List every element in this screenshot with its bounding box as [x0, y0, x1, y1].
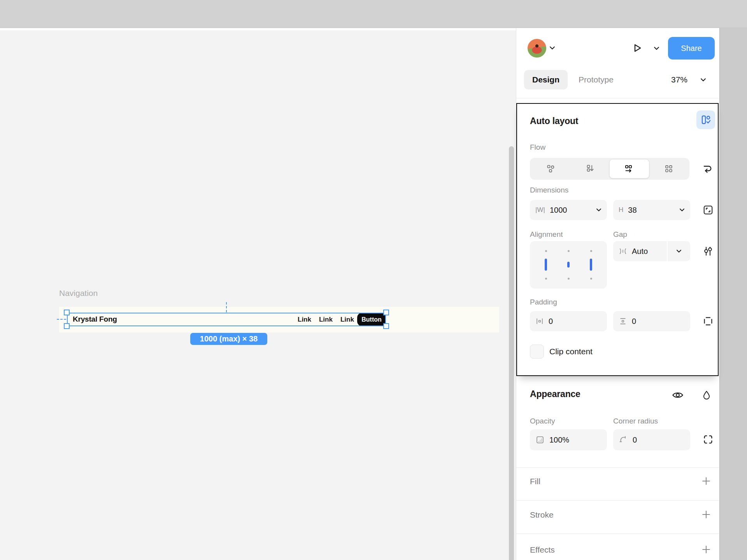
divider [516, 534, 719, 534]
flow-option-vertical[interactable] [570, 159, 610, 178]
avatar[interactable] [528, 39, 546, 58]
auto-layout-icon [700, 114, 711, 125]
flow-freeform-icon [545, 164, 556, 174]
align-dot[interactable] [568, 250, 570, 252]
eye-icon [672, 390, 684, 400]
align-dot[interactable] [545, 278, 547, 280]
selection-left-guide [57, 319, 66, 320]
flow-segmented-control [530, 158, 689, 180]
width-input[interactable]: |W| 1000 [530, 200, 607, 220]
width-chevron-icon[interactable] [596, 208, 601, 212]
align-bar-center[interactable] [567, 262, 570, 268]
frame-title[interactable]: Navigation [59, 289, 98, 298]
flow-horizontal-icon [624, 164, 634, 174]
zoom-level[interactable]: 37% [671, 75, 687, 84]
flow-vertical-icon [585, 164, 595, 174]
add-stroke-button[interactable] [699, 507, 714, 522]
align-dot[interactable] [590, 278, 592, 280]
width-value[interactable]: 1000 [550, 206, 596, 215]
independent-corners-button[interactable] [700, 432, 716, 447]
auto-layout-toggle-button[interactable] [696, 110, 715, 129]
distribute-spacing-button[interactable] [700, 243, 716, 259]
gap-chevron-icon [676, 249, 682, 253]
align-dot[interactable] [568, 278, 570, 280]
opacity-input[interactable]: 100% [530, 429, 607, 450]
flow-option-grid[interactable] [649, 159, 689, 178]
individual-padding-button[interactable] [700, 313, 716, 329]
blend-mode-button[interactable] [698, 387, 715, 404]
tab-design[interactable]: Design [524, 70, 568, 89]
auto-layout-title: Auto layout [530, 116, 578, 126]
height-input[interactable]: H 38 [613, 200, 690, 220]
individual-padding-icon [702, 315, 714, 327]
independent-corners-icon [702, 434, 714, 445]
window-top-strip [0, 0, 747, 28]
avatar-chevron-icon[interactable] [549, 46, 555, 50]
horizontal-padding-icon [535, 317, 544, 326]
opacity-value[interactable]: 100% [549, 436, 601, 444]
plus-icon [700, 475, 712, 487]
gap-label: Gap [613, 230, 627, 239]
opacity-label: Opacity [530, 417, 555, 425]
stroke-section-label: Stroke [530, 510, 554, 520]
dimensions-tooltip: 1000 (max) × 38 [190, 333, 267, 345]
selection-handle-bottom-right[interactable] [383, 323, 389, 329]
gap-dropdown[interactable] [668, 241, 690, 261]
wrap-arrow-icon [701, 163, 713, 175]
divider [516, 500, 719, 500]
height-chevron-icon[interactable] [679, 208, 685, 212]
resize-to-fit-button[interactable] [700, 202, 716, 218]
tab-prototype[interactable]: Prototype [579, 75, 614, 84]
present-play-icon[interactable] [631, 42, 643, 54]
corner-radius-value[interactable]: 0 [633, 436, 685, 444]
align-dot[interactable] [590, 250, 592, 252]
selection-handle-top-right[interactable] [383, 310, 389, 315]
add-fill-button[interactable] [699, 474, 714, 488]
flow-option-horizontal-selected[interactable] [609, 159, 649, 178]
plus-icon [700, 509, 712, 520]
resize-icon [702, 204, 714, 216]
auto-layout-card [516, 103, 719, 376]
divider [516, 98, 719, 98]
visibility-button[interactable] [669, 388, 686, 402]
selection-center-guide [226, 302, 227, 312]
height-value[interactable]: 38 [628, 206, 679, 215]
zoom-chevron-icon[interactable] [700, 78, 706, 82]
opacity-checker-icon [535, 435, 545, 444]
align-dot[interactable] [545, 250, 547, 252]
droplet-icon [701, 389, 712, 401]
vertical-padding-icon [619, 317, 627, 326]
canvas-scrollbar[interactable] [509, 146, 514, 560]
add-effect-button[interactable] [699, 542, 714, 557]
dimensions-label: Dimensions [530, 186, 568, 194]
align-bar-left[interactable] [545, 259, 547, 271]
horizontal-padding-input[interactable]: 0 [530, 311, 607, 331]
selection-handle-top-left[interactable] [64, 310, 70, 315]
align-bar-right[interactable] [590, 259, 592, 271]
gap-input[interactable]: Auto [613, 241, 667, 261]
figma-app: Navigation Krystal Fong Link Link Link B… [0, 0, 747, 560]
clip-content-checkbox[interactable] [530, 345, 544, 359]
vertical-padding-input[interactable]: 0 [613, 311, 690, 331]
canvas[interactable]: Navigation Krystal Fong Link Link Link B… [0, 30, 516, 560]
selection-handle-bottom-left[interactable] [64, 323, 70, 329]
flow-option-freeform[interactable] [531, 159, 570, 178]
corner-radius-input[interactable]: 0 [613, 429, 690, 450]
share-button[interactable]: Share [668, 37, 715, 60]
sliders-icon [702, 245, 714, 257]
effects-section-label: Effects [530, 545, 555, 555]
selection-outline[interactable] [67, 313, 386, 326]
padding-label: Padding [530, 298, 557, 306]
corner-radius-icon [619, 435, 628, 444]
alignment-widget[interactable] [530, 241, 607, 289]
gap-value[interactable]: Auto [632, 247, 661, 256]
flow-grid-icon [664, 164, 674, 174]
vertical-padding-value[interactable]: 0 [632, 317, 685, 326]
divider [516, 467, 719, 468]
appearance-title: Appearance [530, 389, 580, 399]
fill-section-label: Fill [530, 477, 540, 486]
wrap-button[interactable] [699, 160, 716, 177]
horizontal-padding-value[interactable]: 0 [549, 317, 601, 326]
width-prefix: |W| [535, 206, 545, 214]
present-chevron-icon[interactable] [654, 46, 659, 51]
